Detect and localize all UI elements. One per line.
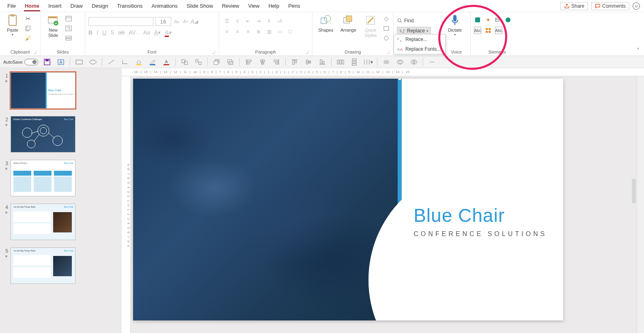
align-middle-qat-button[interactable] [304, 57, 313, 67]
underline-button[interactable]: U [102, 29, 106, 36]
save-button[interactable] [42, 57, 52, 67]
arrange-button[interactable]: Arrange [338, 14, 359, 33]
slide-subtitle-text[interactable]: CONFERENCE SOLUTIONS [414, 230, 547, 238]
siemens-tool-5[interactable] [485, 27, 492, 34]
bold-button[interactable]: B [88, 29, 93, 36]
dialog-launcher-icon[interactable] [305, 51, 308, 54]
align-right-qat-button[interactable] [271, 57, 281, 67]
ribbon-collapse-button[interactable]: ˄ [634, 47, 642, 54]
qat-overflow-button[interactable]: ⋯ [427, 57, 437, 67]
paste-button[interactable]: Paste ▾ [3, 14, 22, 37]
distribute-columns-button[interactable]: ▾ [363, 57, 373, 67]
slide-thumbnail-1[interactable]: Blue Chair CONFERENCE SOLUTIONS [11, 72, 75, 109]
dictate-button[interactable]: Dictate ▾ [446, 14, 464, 37]
align-left-qat-button[interactable] [244, 57, 254, 67]
highlight-color-button[interactable]: A▾ [154, 29, 161, 36]
siemens-tool-6[interactable]: Abc [495, 27, 502, 34]
ungroup-button[interactable] [194, 57, 203, 67]
format-painter-button[interactable]: 🖌 [24, 34, 32, 42]
elbow-connector-button[interactable] [120, 57, 130, 67]
font-color-button[interactable]: A▾ [165, 29, 171, 36]
tab-home[interactable]: Home [24, 1, 40, 11]
shape-outline-button[interactable] [383, 25, 390, 32]
increase-font-button[interactable]: A▴ [173, 18, 180, 25]
cut-button[interactable]: ✂ [24, 15, 32, 22]
group-objects-button[interactable] [180, 57, 190, 67]
section-button[interactable] [65, 34, 72, 42]
shape-effects-button[interactable] [383, 34, 390, 42]
bring-forward-button[interactable] [212, 57, 222, 67]
justify-button[interactable]: ≣ [254, 28, 263, 36]
slide-thumbnail-2[interactable]: Modern Conference Challenges Blue Chair [11, 116, 75, 153]
align-left-button[interactable]: ≡ [222, 28, 231, 36]
line-shape-button[interactable] [106, 57, 116, 67]
reset-button[interactable] [65, 25, 72, 32]
slide-thumbnail-5[interactable]: Get the Big Things Right Blue Chair [11, 247, 75, 284]
selection-handle[interactable] [398, 79, 401, 80]
dialog-launcher-icon[interactable] [212, 51, 215, 54]
font-color-qat-button[interactable]: A [162, 57, 171, 67]
tab-design[interactable]: Design [91, 1, 109, 11]
vertical-ruler[interactable]: 9 · 8 · 7 · 6 · 5 · 4 · 3 · 2 · 1 · 0 · … [122, 76, 131, 333]
slide-thumbnail-3[interactable]: Areas of Focus Blue Chair [11, 160, 75, 196]
align-text-button[interactable]: ▭ [275, 28, 284, 36]
clear-formatting-button[interactable]: A◢ [191, 18, 198, 25]
align-bottom-qat-button[interactable] [317, 57, 327, 67]
replace-button[interactable]: bc Replace ▾ [397, 27, 431, 35]
tab-animations[interactable]: Animations [151, 1, 179, 11]
distribute-vertical-button[interactable] [349, 57, 359, 67]
char-spacing-button[interactable]: AV↔ [129, 29, 139, 36]
siemens-lang-button[interactable]: En [495, 16, 501, 24]
panel-collapse-handle[interactable] [632, 179, 636, 203]
font-size-combo[interactable] [155, 17, 171, 26]
merge-shapes-button[interactable] [381, 57, 391, 67]
bullets-button[interactable]: ☰ [222, 17, 231, 25]
new-slide-button[interactable]: + New Slide [44, 14, 62, 38]
comments-button[interactable]: Comments [591, 2, 629, 10]
shape-fill-button[interactable] [383, 15, 390, 22]
outline-color-button[interactable] [148, 57, 157, 67]
slide-thumbnail-panel[interactable]: 1✶ Blue Chair CONFERENCE SOLUTIONS 2✶ Mo… [0, 68, 122, 333]
decrease-indent-button[interactable]: ⇤ [243, 17, 252, 25]
tab-help[interactable]: Help [267, 1, 280, 11]
align-right-button[interactable]: ≡ [243, 28, 252, 36]
quick-styles-button[interactable]: Quick Styles [361, 14, 380, 38]
slide-thumbnail-4[interactable]: Get the Big Things Right Blue Chair [11, 204, 75, 240]
slide[interactable]: Blue Chair CONFERENCE SOLUTIONS [133, 79, 563, 320]
tab-review[interactable]: Review [221, 1, 240, 11]
replace-fonts-menu-item[interactable]: AA Replace Fonts... [394, 44, 445, 54]
feedback-smiley-icon[interactable]: ☺ [633, 2, 640, 10]
vertical-scrollbar[interactable] [637, 76, 644, 333]
textbox-button[interactable]: A [56, 57, 66, 67]
layout-button[interactable] [65, 15, 72, 22]
tab-draw[interactable]: Draw [70, 1, 84, 11]
siemens-tool-1[interactable] [474, 16, 481, 24]
line-spacing-button[interactable]: ⇕ [265, 17, 274, 25]
change-case-button[interactable]: Aa [143, 29, 150, 36]
align-center-button[interactable]: ≡ [233, 28, 242, 36]
tab-slideshow[interactable]: Slide Show [186, 1, 214, 11]
autosave-toggle[interactable]: AutoSave Off [3, 59, 38, 65]
distribute-horizontal-button[interactable] [336, 57, 345, 67]
columns-button[interactable]: ▥ [265, 28, 274, 36]
intersect-shapes-button[interactable] [409, 57, 419, 67]
send-backward-button[interactable] [226, 57, 235, 67]
dialog-launcher-icon[interactable] [33, 51, 37, 54]
increase-indent-button[interactable]: ⇥ [254, 17, 263, 25]
combine-shapes-button[interactable] [395, 57, 405, 67]
slide-title-block[interactable]: Blue Chair CONFERENCE SOLUTIONS [400, 204, 547, 238]
find-button[interactable]: Find [397, 16, 414, 25]
share-button[interactable]: Share [560, 2, 588, 10]
rectangle-shape-button[interactable] [74, 57, 84, 67]
dialog-launcher-icon[interactable] [386, 51, 390, 54]
font-name-combo[interactable] [88, 17, 153, 26]
decrease-font-button[interactable]: A▾ [182, 18, 189, 25]
horizontal-ruler[interactable]: · 16 · | · 15 · | · 14 · | · 13 · | · 12… [122, 68, 644, 76]
tab-transitions[interactable]: Transitions [116, 1, 143, 11]
shapes-button[interactable]: Shapes [316, 14, 336, 33]
text-shadow-button[interactable]: S [110, 29, 114, 36]
align-top-qat-button[interactable] [290, 57, 299, 67]
tab-view[interactable]: View [248, 1, 261, 11]
text-direction-button[interactable]: ↕A [275, 17, 284, 25]
strikethrough-button[interactable]: ab [118, 29, 125, 36]
